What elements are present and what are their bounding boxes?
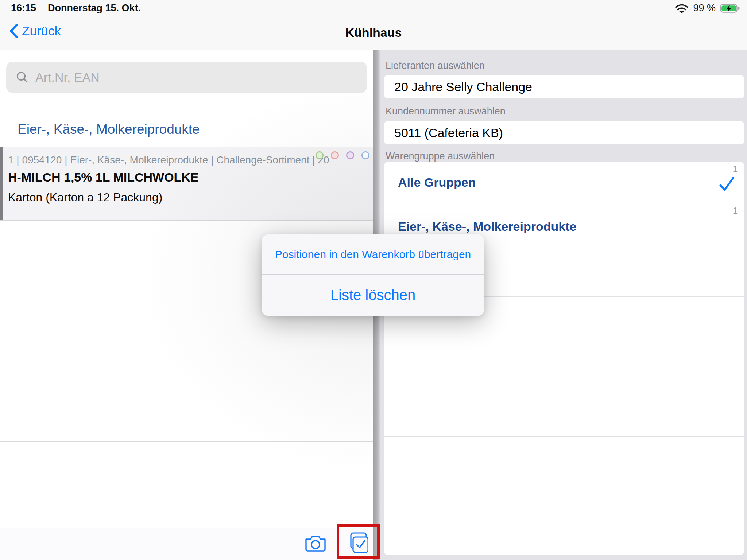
- battery-charging-icon: [720, 3, 740, 13]
- transfer-to-cart-button[interactable]: Positionen in den Warenkorb übertragen: [262, 234, 484, 275]
- product-title: H-MILCH 1,5% 1L MILCHWOLKE: [8, 170, 199, 184]
- product-row[interactable]: 1 | 0954120 | Eier-, Käse-, Molkereiprod…: [0, 147, 373, 221]
- group-row-count: 1: [733, 164, 738, 174]
- app-screen: 16:15 Donnerstag 15. Okt. 99 %: [0, 0, 747, 560]
- status-date: Donnerstag 15. Okt.: [48, 3, 141, 14]
- search-zone: [0, 50, 373, 103]
- camera-button[interactable]: [304, 535, 327, 552]
- battery-percent: 99 %: [693, 3, 716, 14]
- product-row-strip: [0, 147, 3, 220]
- list-divider: [0, 441, 373, 442]
- group-label: Warengruppe auswählen: [386, 151, 495, 162]
- status-dot-blue: [361, 151, 369, 159]
- empty-list-row: [384, 437, 744, 483]
- customer-value: 5011 (Cafeteria KB): [394, 126, 503, 140]
- list-actions-popover: Positionen in den Warenkorb übertragen L…: [262, 234, 484, 316]
- group-list: Alle Gruppen 1 Eier-, Käse-, Molkereipro…: [384, 162, 744, 555]
- status-bar: 16:15 Donnerstag 15. Okt. 99 %: [0, 0, 747, 15]
- list-divider: [0, 368, 373, 368]
- checkmark-icon: [719, 176, 735, 192]
- group-row-count: 1: [733, 206, 738, 216]
- status-dot-red: [331, 151, 339, 159]
- list-divider: [0, 515, 373, 515]
- status-dot-purple: [346, 151, 354, 159]
- empty-list-row: [384, 483, 744, 530]
- search-field[interactable]: [6, 62, 367, 93]
- search-input[interactable]: [35, 70, 357, 85]
- wifi-icon: [675, 3, 689, 13]
- product-status-dots: [316, 151, 369, 159]
- category-header: Eier-, Käse-, Molkereiprodukte: [18, 122, 200, 137]
- customer-label: Kundennummer auswählen: [386, 106, 506, 117]
- nav-bar: Zurück Kühlhaus: [0, 15, 747, 50]
- supplier-select[interactable]: 20 Jahre Selly Challenge: [384, 75, 744, 98]
- page-title: Kühlhaus: [0, 26, 747, 40]
- customer-select[interactable]: 5011 (Cafeteria KB): [384, 121, 744, 144]
- group-row-label: Alle Gruppen: [398, 162, 476, 203]
- delete-list-button[interactable]: Liste löschen: [262, 275, 484, 315]
- status-time: 16:15: [11, 3, 36, 14]
- transfer-list-button[interactable]: [348, 532, 368, 553]
- product-unit: Karton (Karton a 12 Packung): [8, 191, 162, 204]
- supplier-label: Lieferanten auswählen: [386, 60, 485, 71]
- search-icon: [16, 71, 29, 84]
- product-meta: 1 | 0954120 | Eier-, Käse-, Molkereiprod…: [8, 154, 329, 166]
- status-dot-green: [316, 151, 324, 159]
- empty-list-row: [384, 343, 744, 390]
- group-row-all[interactable]: Alle Gruppen 1: [384, 162, 744, 203]
- supplier-value: 20 Jahre Selly Challenge: [394, 80, 532, 94]
- empty-list-row: [384, 390, 744, 437]
- header: 16:15 Donnerstag 15. Okt. 99 %: [0, 0, 747, 50]
